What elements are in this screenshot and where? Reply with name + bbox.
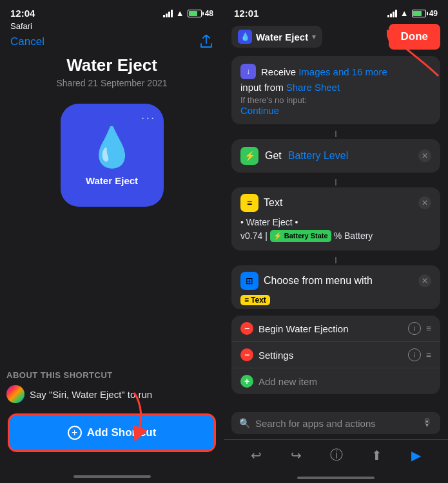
share-toolbar-icon[interactable]: ⬆ xyxy=(371,448,382,463)
battery-state-icon: ⚡ xyxy=(273,231,282,242)
close-text-button[interactable]: ✕ xyxy=(418,196,431,209)
settings-label: Settings xyxy=(258,350,293,361)
redo-icon[interactable]: ↪ xyxy=(291,448,302,463)
input-types-link[interactable]: Images and 16 more xyxy=(298,66,387,77)
menu-card-header: ⊞ Choose from menu with ✕ xyxy=(231,265,440,294)
minus-icon-begin[interactable]: − xyxy=(240,322,253,335)
menu-item-begin-right: i ≡ xyxy=(408,322,431,335)
text-icon: ≡ xyxy=(240,194,258,212)
menu-badge-icon: ≡ xyxy=(244,296,249,305)
minus-icon-settings[interactable]: − xyxy=(240,348,253,361)
get-label: Get xyxy=(265,150,282,162)
menu-items-section: − Begin Water Ejection i ≡ − Settings i … xyxy=(231,316,440,394)
shortcut-title: Water Eject xyxy=(66,55,157,75)
menu-badge-text: Text xyxy=(251,296,266,305)
menu-item-settings[interactable]: − Settings i ≡ xyxy=(231,342,440,368)
menu-icon: ⊞ xyxy=(240,272,258,290)
battery-icon-right xyxy=(412,10,426,17)
text-content-2-row: v0.74 | ⚡ Battery State % Battery xyxy=(240,229,431,243)
menu-card-body: ≡ Text xyxy=(231,294,440,309)
begin-water-ejection-label: Begin Water Ejection xyxy=(258,323,349,334)
chevron-down-icon: ▾ xyxy=(312,32,316,41)
menu-item-add-new[interactable]: + Add new item xyxy=(231,368,440,394)
get-battery-card: ⚡ Get Battery Level ✕ xyxy=(231,139,440,173)
continue-link[interactable]: Continue xyxy=(240,105,279,116)
wifi-icon-right: ▲ xyxy=(400,8,409,18)
shortcut-icon-label: Water Eject xyxy=(86,175,138,186)
no-input-row: If there's no input: xyxy=(240,95,431,105)
choose-menu-label: Choose from menu with xyxy=(264,275,373,287)
left-content: Water Eject Shared 21 September 2021 ···… xyxy=(0,55,224,370)
menu-action-card: ⊞ Choose from menu with ✕ ≡ Text xyxy=(231,265,440,309)
text-card-header: ≡ Text ✕ xyxy=(231,187,440,216)
close-get-battery-button[interactable]: ✕ xyxy=(418,149,431,162)
info-icon-begin[interactable]: i xyxy=(408,322,421,335)
no-input-label: If there's no input: xyxy=(240,95,307,105)
plus-icon-add-new[interactable]: + xyxy=(240,375,253,388)
battery-level-label[interactable]: Battery Level xyxy=(288,150,348,162)
microphone-icon[interactable]: 🎙 xyxy=(422,417,433,429)
right-time: 12:01 xyxy=(234,8,258,19)
receive-icon: ↓ xyxy=(240,64,256,79)
battery-state-text: Battery State xyxy=(284,231,328,242)
left-nav: Cancel xyxy=(0,32,224,55)
divider-1 xyxy=(335,131,336,137)
water-drop-icon: 💧 xyxy=(88,124,136,170)
text-content-1: • Water Eject • xyxy=(240,216,431,229)
divider-2 xyxy=(335,179,336,185)
right-status-icons: ▲ 49 xyxy=(387,8,438,18)
menu-item-settings-left: − Settings xyxy=(240,348,293,361)
home-indicator-right xyxy=(297,477,375,479)
shortcut-subtitle: Shared 21 September 2021 xyxy=(56,78,167,88)
text-action-card: ≡ Text ✕ • Water Eject • v0.74 | ⚡ Batte… xyxy=(231,187,440,251)
scroll-content[interactable]: ↓ Receive Images and 16 more input from … xyxy=(224,56,448,412)
close-menu-button[interactable]: ✕ xyxy=(418,274,431,287)
menu-item-add-new-left: + Add new item xyxy=(240,375,317,388)
share-icon[interactable] xyxy=(199,35,213,49)
search-icon: 🔍 xyxy=(239,418,250,428)
menu-text-badge[interactable]: ≡ Text xyxy=(240,295,270,305)
shortcut-name-text: Water Eject xyxy=(256,32,308,43)
more-dots-icon[interactable]: ··· xyxy=(141,110,156,125)
get-icon: ⚡ xyxy=(240,147,258,165)
left-panel: 12:04 ▲ 48 Safari Cancel Water Eject Sha… xyxy=(0,0,224,483)
search-input[interactable]: Search for apps and actions xyxy=(255,418,417,429)
play-toolbar-icon[interactable]: ▶ xyxy=(411,448,421,463)
battery-percent-text: % Battery xyxy=(334,229,373,243)
get-battery-row: ⚡ Get Battery Level ✕ xyxy=(231,139,440,173)
menu-item-settings-right: i ≡ xyxy=(408,348,431,361)
home-indicator-left xyxy=(73,475,151,478)
battery-icon-left xyxy=(188,10,202,17)
shortcut-icon-container: ··· 💧 Water Eject xyxy=(61,104,164,207)
wifi-icon-left: ▲ xyxy=(176,8,184,18)
text-content-2: v0.74 | xyxy=(240,229,268,243)
share-sheet-link[interactable]: Share Sheet xyxy=(286,82,340,93)
battery-state-badge: ⚡ Battery State xyxy=(270,230,331,242)
menu-item-begin-left: − Begin Water Ejection xyxy=(240,322,349,335)
info-toolbar-icon[interactable]: ⓘ xyxy=(330,446,343,464)
plus-circle-icon: + xyxy=(68,426,82,440)
search-bar[interactable]: 🔍 Search for apps and actions 🎙 xyxy=(231,412,440,434)
left-status-bar: 12:04 ▲ 48 xyxy=(0,0,224,21)
right-panel: 12:01 ▲ 49 💧 Water Eject ▾ Done xyxy=(224,0,448,483)
drag-handle-begin[interactable]: ≡ xyxy=(426,323,431,334)
right-status-bar: 12:01 ▲ 49 xyxy=(224,0,448,21)
shortcut-name-icon: 💧 xyxy=(238,30,252,44)
receive-label: Receive xyxy=(261,66,296,77)
battery-percent-right: 49 xyxy=(429,9,438,18)
left-status-icons: ▲ 48 xyxy=(163,8,213,18)
undo-icon[interactable]: ↩ xyxy=(251,448,262,463)
menu-item-begin[interactable]: − Begin Water Ejection i ≡ xyxy=(231,316,440,342)
red-arrow-annotation-left xyxy=(108,390,160,441)
bottom-toolbar: ↩ ↪ ⓘ ⬆ ▶ xyxy=(224,439,448,474)
red-arrow-annotation-right xyxy=(387,24,445,82)
shortcut-name-button[interactable]: 💧 Water Eject ▾ xyxy=(231,26,322,48)
drag-handle-settings[interactable]: ≡ xyxy=(426,350,431,360)
divider-3 xyxy=(335,257,336,263)
battery-percent-left: 48 xyxy=(205,9,213,18)
info-icon-settings[interactable]: i xyxy=(408,348,421,361)
get-battery-left: ⚡ Get Battery Level xyxy=(240,147,348,165)
cancel-button[interactable]: Cancel xyxy=(10,35,44,48)
input-from-text: input from xyxy=(240,82,284,93)
about-title: About This Shortcut xyxy=(6,370,217,380)
